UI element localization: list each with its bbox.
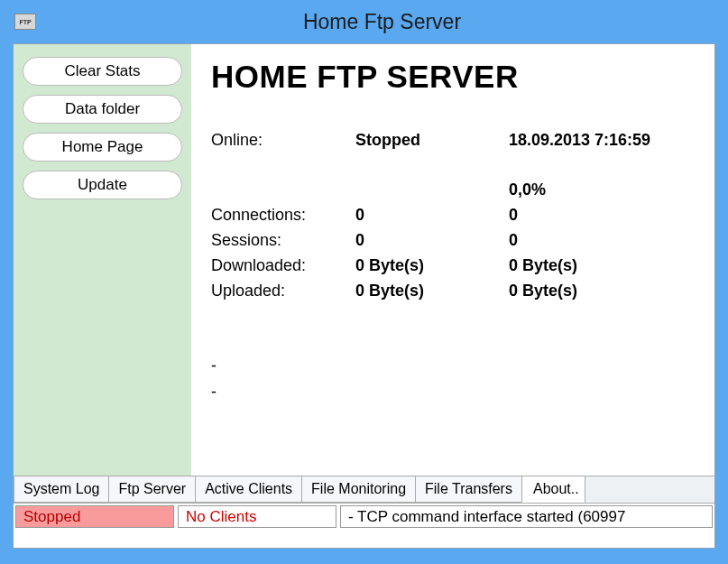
tab-bar: System Log Ftp Server Active Clients Fil… (14, 476, 714, 503)
sessions-value: 0 (355, 231, 509, 250)
downloaded-label: Downloaded: (211, 256, 355, 275)
tab-active-clients[interactable]: Active Clients (195, 476, 302, 503)
status-log-message: - TCP command interface started (60997 (340, 505, 713, 528)
data-folder-button[interactable]: Data folder (23, 95, 182, 124)
downloaded-value: 0 Byte(s) (355, 256, 509, 275)
status-clients: No Clients (178, 505, 336, 528)
update-button[interactable]: Update (23, 171, 182, 199)
connections-label: Connections: (211, 206, 355, 225)
app-icon: FTP (14, 14, 36, 30)
dashes-area: - - (211, 353, 705, 405)
tab-system-log[interactable]: System Log (14, 476, 109, 503)
uploaded-value: 0 Byte(s) (355, 282, 509, 300)
empty-cell (355, 180, 509, 199)
titlebar: FTP Home Ftp Server (0, 0, 728, 43)
content-panel: HOME FTP SERVER Online: Stopped 18.09.20… (191, 44, 714, 476)
dash-line: - (211, 379, 705, 405)
tab-ftp-server[interactable]: Ftp Server (108, 476, 196, 503)
connections-secondary: 0 (509, 206, 705, 225)
stats-grid: Online: Stopped 18.09.2013 7:16:59 0,0% … (211, 131, 705, 300)
uploaded-secondary: 0 Byte(s) (509, 282, 705, 300)
online-value: Stopped (355, 131, 509, 150)
window-body: Clear Stats Data folder Home Page Update… (13, 43, 715, 549)
spacer (211, 156, 705, 174)
sessions-label: Sessions: (211, 231, 355, 250)
main-content: Clear Stats Data folder Home Page Update… (14, 44, 714, 476)
status-state: Stopped (15, 505, 174, 528)
tab-file-monitoring[interactable]: File Monitoring (301, 476, 416, 503)
sidebar: Clear Stats Data folder Home Page Update (14, 44, 191, 476)
connections-value: 0 (355, 206, 509, 225)
clear-stats-button[interactable]: Clear Stats (23, 57, 182, 86)
uploaded-label: Uploaded: (211, 282, 355, 300)
tab-about[interactable]: About.. (521, 476, 585, 503)
online-time: 18.09.2013 7:16:59 (509, 131, 705, 150)
window-title: Home Ftp Server (36, 10, 728, 34)
empty-cell (211, 180, 355, 199)
status-bar: Stopped No Clients - TCP command interfa… (14, 503, 714, 530)
percent-value: 0,0% (509, 180, 705, 199)
home-page-button[interactable]: Home Page (23, 133, 182, 162)
online-label: Online: (211, 131, 355, 150)
tab-file-transfers[interactable]: File Transfers (415, 476, 522, 503)
downloaded-secondary: 0 Byte(s) (509, 256, 705, 275)
dash-line: - (211, 353, 705, 379)
sessions-secondary: 0 (509, 231, 705, 250)
page-title: HOME FTP SERVER (211, 59, 705, 95)
